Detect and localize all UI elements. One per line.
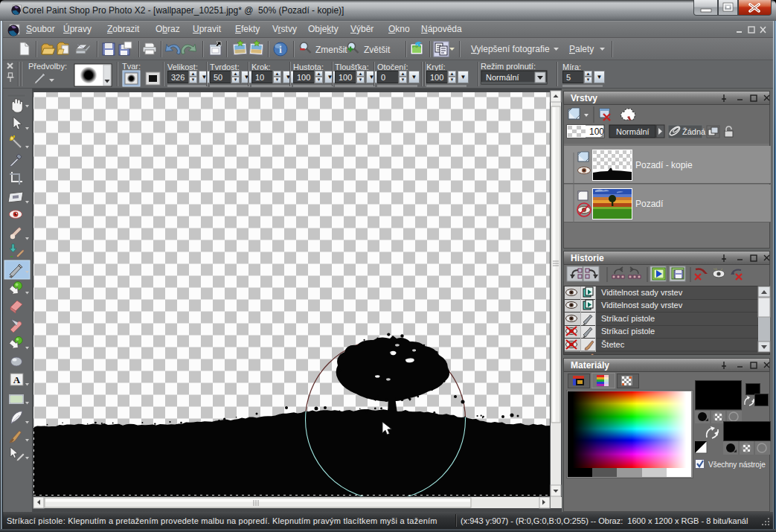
svg-text:Normální: Normální <box>486 73 519 82</box>
svg-text:Stríkací pistole: Stríkací pistole <box>601 327 655 336</box>
svg-text:Zmenšit: Zmenšit <box>315 45 347 55</box>
svg-text:Viditelnost sady vrstev: Viditelnost sady vrstev <box>601 301 683 310</box>
svg-text:Zvětšit: Zvětšit <box>364 45 391 55</box>
svg-text:Pozadí: Pozadí <box>635 199 664 209</box>
svg-text:Palety: Palety <box>569 44 594 54</box>
svg-text:Vylepšení fotografie: Vylepšení fotografie <box>471 44 550 54</box>
svg-text:Štetec: Štetec <box>601 340 625 349</box>
svg-text:Pozadí - kopie: Pozadí - kopie <box>635 160 693 170</box>
svg-text:Žádná: Žádná <box>682 127 706 136</box>
svg-text:Režim prolnutí:: Režim prolnutí: <box>481 62 536 71</box>
svg-text:A: A <box>13 374 21 385</box>
svg-text:Stríkací pistole: Stríkací pistole <box>601 314 655 323</box>
svg-text:Normální: Normální <box>616 127 650 136</box>
svg-text:Viditelnost sady vrstev: Viditelnost sady vrstev <box>601 288 683 297</box>
